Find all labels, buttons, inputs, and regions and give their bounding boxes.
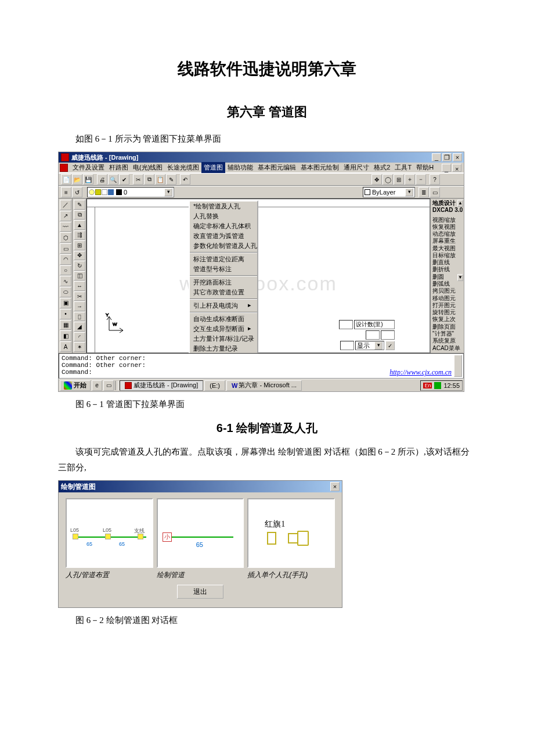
scroll-down-icon[interactable]: ▼: [457, 274, 463, 281]
spell-icon[interactable]: ✔: [119, 174, 129, 185]
pline-icon[interactable]: 〰: [60, 222, 71, 232]
rect-icon[interactable]: ▭: [60, 243, 71, 254]
menu-item-replace-manhole[interactable]: 人孔替换: [190, 211, 257, 221]
chevron-down-icon[interactable]: ▾: [405, 188, 413, 196]
rp-item[interactable]: 拷贝图元: [431, 287, 463, 294]
rp-item[interactable]: 删折线: [431, 266, 463, 273]
preview-icon[interactable]: 🔍: [108, 174, 118, 185]
menu-item-label-distance[interactable]: 标注管道定位距离: [190, 254, 257, 264]
menu-help[interactable]: 帮助H: [414, 162, 436, 173]
task-button-drive[interactable]: (E:): [204, 380, 225, 391]
rp-item[interactable]: ACAD菜单: [431, 345, 463, 352]
rotate-icon[interactable]: ↻: [74, 261, 85, 271]
layer-prev-icon[interactable]: ↺: [72, 187, 82, 197]
menu-longcable[interactable]: 长途光缆图: [165, 162, 201, 173]
offset-icon[interactable]: ⇶: [74, 231, 85, 240]
break-icon[interactable]: ⌷: [74, 312, 85, 322]
aux-display-combo[interactable]: 显示▾: [355, 341, 384, 350]
undo-icon[interactable]: ↶: [180, 174, 190, 185]
point-icon[interactable]: •: [60, 309, 71, 319]
region-icon[interactable]: ◧: [60, 330, 71, 341]
menu-aux[interactable]: 辅助功能: [225, 162, 255, 173]
rp-item[interactable]: "计算器": [431, 330, 463, 337]
explode-icon[interactable]: ✶: [74, 342, 85, 352]
scale-icon[interactable]: ◫: [74, 271, 85, 281]
rp-item[interactable]: 动态缩放: [431, 231, 463, 237]
menu-file[interactable]: 文件及设置: [70, 162, 107, 173]
rp-item[interactable]: 删除页面: [431, 323, 463, 330]
cmd-scrollbar[interactable]: [454, 355, 462, 377]
rp-item[interactable]: 恢复上次: [431, 316, 463, 323]
arc-icon[interactable]: ◠: [60, 254, 71, 265]
trim-icon[interactable]: ✂: [74, 291, 85, 301]
quicklaunch-ie-icon[interactable]: e: [92, 380, 102, 391]
hatch-icon[interactable]: ▦: [60, 320, 71, 330]
open-icon[interactable]: 📂: [72, 174, 82, 185]
stretch-icon[interactable]: ↔: [74, 281, 85, 291]
pane-insert-manhole[interactable]: 红旗1: [247, 498, 335, 568]
menu-tools[interactable]: 工具T: [392, 162, 414, 173]
ime-indicator[interactable]: En: [423, 383, 432, 388]
pane-manhole-layout[interactable]: L05 L05 支线 65 65: [66, 498, 153, 568]
menu-item-other-pipes[interactable]: 其它市政管道位置: [190, 287, 257, 297]
close-button[interactable]: ×: [453, 153, 462, 161]
rp-item[interactable]: 删直线: [431, 259, 463, 266]
move-icon[interactable]: ✥: [74, 251, 85, 261]
chamfer-icon[interactable]: ◢: [74, 322, 85, 332]
new-icon[interactable]: 📄: [61, 174, 71, 185]
copy2-icon[interactable]: ⧉: [74, 210, 85, 220]
help-icon[interactable]: ?: [430, 174, 440, 185]
rp-item[interactable]: 视图缩放: [431, 217, 463, 224]
cut-icon[interactable]: ✂: [133, 174, 143, 185]
layer-manager-icon[interactable]: ≡: [61, 187, 71, 197]
menu-item-earthwork-calc[interactable]: 土方量计算/标注/记录: [190, 334, 257, 344]
rp-item[interactable]: 旋转图元: [431, 309, 463, 316]
menu-item-label-type[interactable]: 管道型号标注: [190, 264, 257, 274]
orbit-icon[interactable]: ◯: [383, 174, 393, 185]
aux-apply-icon[interactable]: ✓: [385, 341, 395, 350]
zoomwin-icon[interactable]: ⊞: [394, 174, 404, 185]
mirror-icon[interactable]: ▲: [74, 220, 85, 230]
pane-draw-pipe[interactable]: 小 65: [157, 498, 244, 568]
command-line[interactable]: Command: Other corner: Command: Other co…: [59, 353, 464, 379]
paste-icon[interactable]: 📋: [155, 174, 165, 185]
zoomin-icon[interactable]: ＋: [405, 174, 415, 185]
rp-item[interactable]: 最大视图: [431, 245, 463, 252]
rp-item[interactable]: 系统复原: [431, 337, 463, 344]
ellipse-icon[interactable]: ⬭: [60, 287, 71, 297]
layer-combo[interactable]: 0 ▾: [87, 187, 174, 197]
menu-pipe[interactable]: 管道图: [201, 162, 225, 173]
aux-field-4[interactable]: [340, 341, 354, 350]
array-icon[interactable]: ⊞: [74, 240, 85, 250]
menu-item-auto-section[interactable]: 自动生成标准断面: [190, 314, 257, 324]
rp-item[interactable]: 打开图元: [431, 302, 463, 309]
tray-icon[interactable]: [434, 382, 441, 389]
circle-icon[interactable]: ○: [60, 265, 71, 276]
rp-item[interactable]: 删弧线: [431, 280, 463, 287]
scroll-up-icon[interactable]: ▲: [457, 200, 463, 207]
menu-item-interactive-section[interactable]: 交互生成异型断面▸: [190, 324, 257, 334]
menu-edit[interactable]: 基本图元编辑: [255, 162, 298, 173]
dialog-close-button[interactable]: ×: [330, 482, 340, 491]
menu-item-straight-to-arc[interactable]: 改直管道为弧管道: [190, 231, 257, 241]
menu-dim[interactable]: 通用尺寸: [341, 162, 371, 173]
mdi-min-button[interactable]: _: [442, 164, 451, 172]
rp-item[interactable]: 移动图元: [431, 295, 463, 302]
exit-button[interactable]: 退出: [177, 585, 223, 599]
spline-icon[interactable]: ∿: [60, 276, 71, 286]
rp-item[interactable]: 目标缩放: [431, 252, 463, 259]
task-button-cad[interactable]: 威捷迅线路 - [Drawing]: [120, 380, 203, 391]
aux-field-3[interactable]: [381, 330, 395, 340]
menu-item-draw-pipe[interactable]: *绘制管道及人孔: [190, 201, 257, 211]
start-button[interactable]: 开始: [60, 380, 91, 391]
menu-format[interactable]: 格式2: [371, 162, 392, 173]
chevron-down-icon[interactable]: ▾: [164, 188, 172, 196]
menu-draw[interactable]: 基本图元绘制: [298, 162, 341, 173]
pan-icon[interactable]: ✥: [371, 174, 382, 185]
color-combo[interactable]: ByLayer ▾: [363, 187, 415, 197]
task-button-word[interactable]: W 第六章 - Microsoft ...: [226, 380, 302, 391]
print-icon[interactable]: 🖨: [97, 174, 107, 185]
minimize-button[interactable]: _: [432, 153, 441, 161]
maximize-button[interactable]: ❐: [442, 153, 452, 161]
quicklaunch-desktop-icon[interactable]: ▭: [103, 380, 114, 391]
